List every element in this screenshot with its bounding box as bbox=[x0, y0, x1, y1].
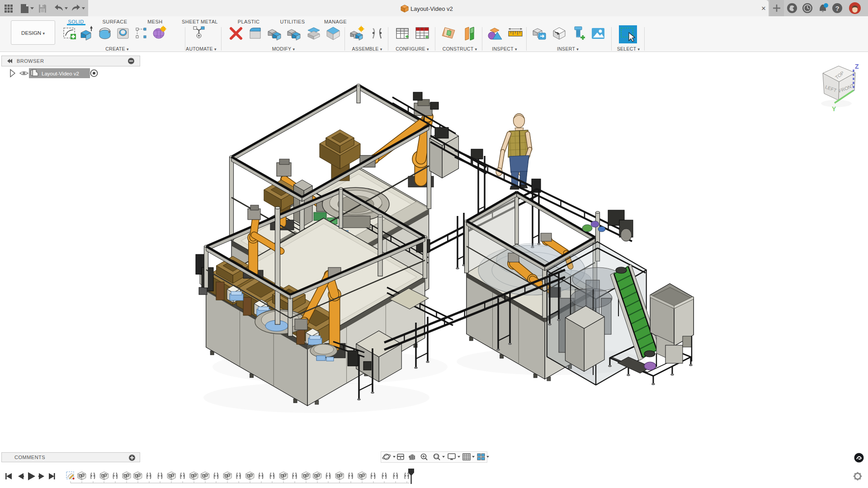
svg-text:Z: Z bbox=[855, 63, 859, 70]
svg-text:Layout-Video v2: Layout-Video v2 bbox=[42, 71, 79, 76]
svg-text:Y: Y bbox=[832, 105, 836, 113]
svg-text:?: ? bbox=[835, 5, 839, 12]
svg-text:×: × bbox=[761, 4, 766, 13]
